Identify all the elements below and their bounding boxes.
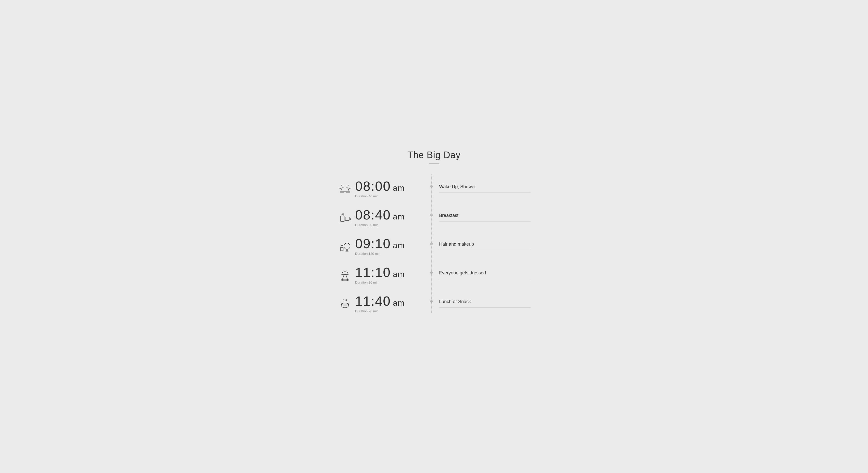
makeup-icon <box>337 239 352 254</box>
item-time-wake-up: 08:00 am <box>355 180 405 193</box>
timeline-dot-lunch <box>430 300 433 303</box>
item-label-wake-up: Wake Up, Shower <box>439 184 531 189</box>
item-duration-wake-up: Duration 40 min <box>355 194 378 198</box>
lunch-icon <box>337 296 352 312</box>
svg-rect-10 <box>345 217 349 220</box>
item-right-lunch: Lunch or Snack <box>431 294 531 308</box>
svg-rect-15 <box>346 249 348 251</box>
time-digits-dressed: 11:10 <box>355 266 391 279</box>
svg-rect-8 <box>341 216 344 221</box>
item-label-lunch: Lunch or Snack <box>439 299 531 305</box>
item-duration-hair-makeup: Duration 120 min <box>355 252 380 256</box>
title-divider <box>429 163 439 164</box>
item-time-hair-makeup: 09:10 am <box>355 237 405 250</box>
time-ampm-hair-makeup: am <box>393 241 404 250</box>
time-ampm-lunch: am <box>393 298 404 308</box>
item-right-hair-makeup: Hair and makeup <box>431 237 531 250</box>
svg-line-3 <box>341 185 342 186</box>
item-left-breakfast: 08:40 am Duration 30 min <box>337 208 431 227</box>
time-ampm-dressed: am <box>393 270 404 279</box>
page-title: The Big Day <box>337 150 531 160</box>
timeline-dot-wake-up <box>430 185 433 188</box>
item-label-hair-makeup: Hair and makeup <box>439 242 531 247</box>
breakfast-icon <box>337 210 352 225</box>
item-right-wake-up: Wake Up, Shower <box>431 180 531 193</box>
timeline: 08:00 am Duration 40 min Wake Up, Shower <box>337 175 531 313</box>
main-container: The Big Day <box>337 150 531 323</box>
timeline-dot-breakfast <box>430 214 433 216</box>
item-time-block-hair-makeup: 09:10 am Duration 120 min <box>355 237 405 256</box>
item-label-breakfast: Breakfast <box>439 213 531 218</box>
time-digits-breakfast: 08:40 <box>355 208 391 221</box>
item-separator-dressed <box>439 279 531 279</box>
timeline-item-lunch: 11:40 am Duration 20 min Lunch or Snack <box>337 294 531 313</box>
item-left-hair-makeup: 09:10 am Duration 120 min <box>337 237 431 256</box>
item-time-block-wake-up: 08:00 am Duration 40 min <box>355 180 405 198</box>
sunrise-icon <box>337 181 352 196</box>
timeline-item-hair-makeup: 09:10 am Duration 120 min Hair and makeu… <box>337 237 531 256</box>
item-separator-hair-makeup <box>439 250 531 250</box>
item-right-breakfast: Breakfast <box>431 208 531 221</box>
timeline-dot-dressed <box>430 271 433 274</box>
item-left-lunch: 11:40 am Duration 20 min <box>337 294 431 313</box>
timeline-item-dressed: 11:10 am Duration 30 min Everyone gets d… <box>337 266 531 284</box>
timeline-item-breakfast: 08:40 am Duration 30 min Breakfast <box>337 208 531 227</box>
item-left-dressed: 11:10 am Duration 30 min <box>337 266 431 284</box>
item-separator-wake-up <box>439 192 531 193</box>
item-time-breakfast: 08:40 am <box>355 208 405 221</box>
item-time-block-breakfast: 08:40 am Duration 30 min <box>355 208 405 227</box>
time-ampm-breakfast: am <box>393 212 404 221</box>
item-duration-breakfast: Duration 30 min <box>355 223 378 227</box>
item-duration-dressed: Duration 30 min <box>355 281 378 284</box>
item-time-dressed: 11:10 am <box>355 266 405 279</box>
item-duration-lunch: Duration 20 min <box>355 309 378 313</box>
dress-icon <box>337 267 352 283</box>
item-left-wake-up: 08:00 am Duration 40 min <box>337 180 431 198</box>
item-label-dressed: Everyone gets dressed <box>439 270 531 276</box>
timeline-item-wake-up: 08:00 am Duration 40 min Wake Up, Shower <box>337 180 531 198</box>
item-right-dressed: Everyone gets dressed <box>431 266 531 279</box>
svg-line-1 <box>348 185 349 186</box>
timeline-dot-hair-makeup <box>430 243 433 245</box>
item-time-lunch: 11:40 am <box>355 294 405 308</box>
time-digits-lunch: 11:40 <box>355 294 391 308</box>
svg-point-14 <box>344 243 350 249</box>
item-time-block-dressed: 11:10 am Duration 30 min <box>355 266 405 284</box>
time-digits-wake-up: 08:00 <box>355 180 391 193</box>
page-header: The Big Day <box>337 150 531 164</box>
item-time-block-lunch: 11:40 am Duration 20 min <box>355 294 405 313</box>
time-ampm-wake-up: am <box>393 183 404 193</box>
svg-rect-13 <box>341 246 343 248</box>
time-digits-hair-makeup: 09:10 <box>355 237 391 250</box>
